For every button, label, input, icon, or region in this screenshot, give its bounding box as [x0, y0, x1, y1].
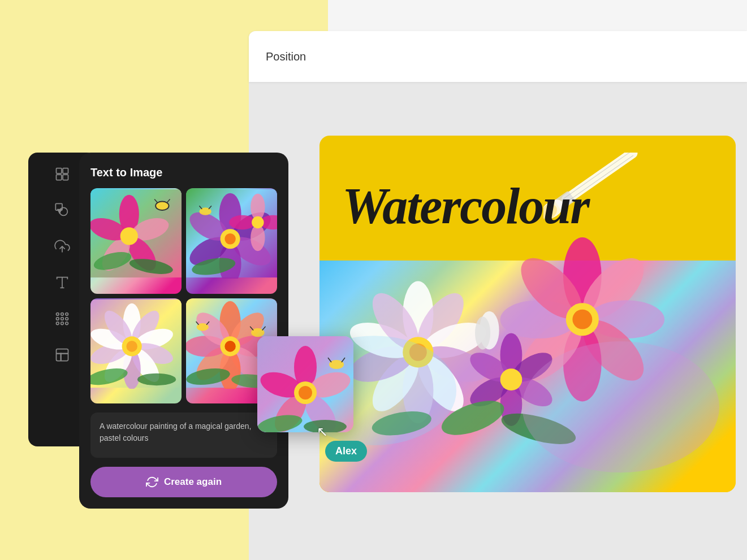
position-label: Position: [266, 50, 306, 63]
tti-grid: [90, 188, 277, 403]
svg-rect-42: [57, 168, 62, 173]
svg-point-70: [120, 227, 138, 245]
tti-prompt-text: A watercolour painting of a magical gard…: [100, 420, 268, 444]
svg-point-55: [57, 318, 59, 320]
tti-thumbnail-3[interactable]: [90, 298, 182, 404]
shapes-icon[interactable]: [52, 200, 72, 220]
refresh-icon: [146, 476, 158, 488]
main-canvas: Watercolour: [319, 136, 736, 492]
svg-marker-48: [57, 209, 62, 214]
svg-point-59: [61, 322, 64, 325]
svg-point-57: [66, 318, 68, 320]
tti-panel-title: Text to Image: [90, 166, 277, 179]
svg-point-85: [224, 233, 236, 245]
svg-point-137: [329, 360, 344, 369]
svg-point-34: [500, 368, 523, 390]
upload-icon[interactable]: [52, 236, 72, 257]
svg-point-107: [126, 341, 137, 352]
wc-content: Watercolour: [319, 136, 736, 492]
svg-point-60: [66, 322, 68, 325]
cursor-arrow: ↖: [317, 424, 328, 440]
svg-point-89: [229, 215, 256, 229]
svg-point-58: [57, 322, 59, 325]
svg-point-136: [299, 386, 312, 400]
create-again-label: Create again: [164, 476, 222, 488]
tti-thumbnail-1[interactable]: [90, 188, 182, 294]
tti-panel: Text to Image: [79, 153, 288, 509]
svg-point-53: [61, 313, 64, 316]
svg-point-54: [66, 313, 68, 316]
svg-point-40: [522, 341, 719, 472]
floating-dragged-image: [257, 336, 353, 432]
alex-user-label: Alex: [325, 441, 367, 462]
tti-prompt-area[interactable]: A watercolour painting of a magical gard…: [90, 413, 277, 458]
wc-title: Watercolour: [342, 181, 589, 232]
svg-point-86: [251, 194, 265, 220]
svg-point-120: [224, 341, 236, 352]
svg-point-39: [475, 316, 490, 349]
svg-point-15: [572, 310, 592, 329]
svg-rect-45: [63, 175, 68, 180]
svg-point-90: [252, 216, 264, 228]
svg-point-56: [61, 318, 64, 320]
svg-point-88: [251, 224, 265, 251]
svg-rect-61: [57, 349, 68, 361]
templates-icon[interactable]: [52, 345, 72, 365]
tti-thumbnail-2[interactable]: [186, 188, 277, 294]
layout-icon[interactable]: [52, 164, 72, 184]
svg-rect-44: [57, 175, 62, 180]
apps-icon[interactable]: [52, 309, 72, 329]
svg-rect-63: [61, 353, 62, 361]
svg-point-52: [57, 313, 59, 316]
text-icon[interactable]: [52, 272, 72, 293]
svg-rect-43: [63, 168, 68, 173]
position-bar: Position: [249, 31, 747, 82]
create-again-button[interactable]: Create again: [90, 467, 277, 497]
svg-rect-62: [57, 353, 68, 354]
svg-point-109: [137, 373, 176, 385]
